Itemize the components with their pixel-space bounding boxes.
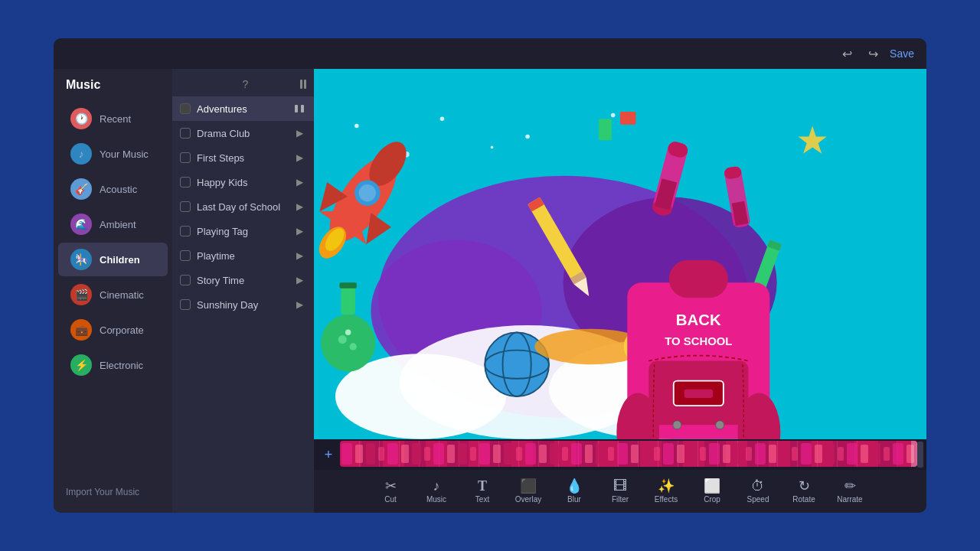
svg-point-3 <box>354 124 359 129</box>
svg-point-39 <box>338 335 347 344</box>
music-item-story-time[interactable]: Story Time ▶ <box>172 268 314 292</box>
recent-icon: 🕐 <box>70 108 92 129</box>
play-icon[interactable]: ▶ <box>292 273 306 287</box>
speed-icon: ⏱ <box>751 479 765 493</box>
tool-crop[interactable]: ⬜ Crop <box>697 479 727 504</box>
sidebar-item-label: Corporate <box>100 324 144 336</box>
tool-speed[interactable]: ⏱ Speed <box>743 479 773 504</box>
sidebar-item-children[interactable]: 🎠 Children <box>58 243 168 276</box>
music-item-playtime[interactable]: Playtime ▶ <box>172 243 314 268</box>
play-icon[interactable]: ▶ <box>292 249 306 262</box>
svg-point-5 <box>525 135 530 139</box>
music-item-name: Happy Kids <box>197 177 292 188</box>
tool-label: Speed <box>747 495 769 504</box>
filter-icon: 🎞 <box>613 479 627 493</box>
svg-rect-55 <box>684 390 713 398</box>
tool-rotate[interactable]: ↻ Rotate <box>789 479 819 504</box>
tool-text[interactable]: T Text <box>467 479 498 504</box>
sidebar-item-acoustic[interactable]: 🎸 Acoustic <box>58 172 168 206</box>
playing-icon <box>292 102 306 116</box>
timeline-clip[interactable] <box>340 441 917 467</box>
svg-rect-69 <box>340 441 917 467</box>
narrate-icon: ✏ <box>844 479 856 493</box>
play-icon[interactable]: ▶ <box>292 175 306 189</box>
music-item-name: Playtime <box>197 250 292 262</box>
music-item-happy-kids[interactable]: Happy Kids ▶ <box>172 170 314 194</box>
sidebar-item-corporate[interactable]: 💼 Corporate <box>58 313 168 347</box>
crop-icon: ⬜ <box>704 479 720 493</box>
tool-overlay[interactable]: ⬛ Overlay <box>513 479 544 504</box>
play-icon[interactable]: ▶ <box>292 126 306 140</box>
music-item-name: First Steps <box>197 152 292 164</box>
story-time-checkbox[interactable] <box>180 275 191 285</box>
undo-icon[interactable]: ↩ <box>838 44 856 63</box>
tool-effects[interactable]: ✨ Effects <box>651 479 681 504</box>
last-day-checkbox[interactable] <box>180 201 191 212</box>
svg-point-38 <box>321 315 375 371</box>
tool-filter[interactable]: 🎞 Filter <box>605 479 635 504</box>
playtime-checkbox[interactable] <box>180 250 191 261</box>
sidebar-item-cinematic[interactable]: 🎬 Cinematic <box>58 278 168 311</box>
rotate-icon: ↻ <box>799 479 810 493</box>
svg-rect-64 <box>620 112 635 125</box>
help-icon[interactable]: ? <box>243 78 249 90</box>
happy-kids-checkbox[interactable] <box>180 177 191 187</box>
children-icon: 🎠 <box>70 249 92 270</box>
redo-icon[interactable]: ↪ <box>864 44 882 63</box>
music-item-name: Last Day of School <box>197 201 292 213</box>
first-steps-checkbox[interactable] <box>180 152 191 163</box>
tool-label: Overlay <box>515 495 541 504</box>
music-item-name: Playing Tag <box>197 226 292 237</box>
timeline: + <box>314 439 926 470</box>
svg-text:TO SCHOOL: TO SCHOOL <box>665 335 732 347</box>
sidebar-item-electronic[interactable]: ⚡ Electronic <box>58 348 168 382</box>
music-panel-header: ? <box>172 75 314 96</box>
overlay-icon: ⬛ <box>520 479 537 493</box>
playing-tag-checkbox[interactable] <box>180 226 191 236</box>
text-icon: T <box>478 479 487 493</box>
adventures-checkbox[interactable] <box>180 103 191 114</box>
svg-point-6 <box>611 113 616 118</box>
music-item-name: Drama Club <box>197 128 292 139</box>
sidebar-item-recent[interactable]: 🕐 Recent <box>58 102 168 135</box>
music-item-sunshiny-day[interactable]: Sunshiny Day ▶ <box>172 292 314 317</box>
app-window: ↩ ↪ Save Music 🕐 Recent ♪ Your Music 🎸 A… <box>54 38 926 513</box>
play-icon[interactable]: ▶ <box>292 200 306 214</box>
music-item-name: Adventures <box>197 103 292 115</box>
import-music-button[interactable]: Import Your Music <box>54 481 172 504</box>
tool-music[interactable]: ♪ Music <box>421 479 452 504</box>
tool-narrate[interactable]: ✏ Narrate <box>835 479 865 504</box>
music-item-drama-club[interactable]: Drama Club ▶ <box>172 121 314 145</box>
svg-rect-52 <box>670 261 727 297</box>
music-item-first-steps[interactable]: First Steps ▶ <box>172 145 314 170</box>
play-icon[interactable]: ▶ <box>292 298 306 311</box>
timeline-track <box>340 441 917 468</box>
music-item-playing-tag[interactable]: Playing Tag ▶ <box>172 219 314 243</box>
sidebar-item-label: Your Music <box>100 148 149 160</box>
drama-club-checkbox[interactable] <box>180 128 191 139</box>
tool-label: Blur <box>567 495 581 504</box>
sidebar-item-label: Ambient <box>100 219 136 230</box>
bottom-toolbar: ✂ Cut ♪ Music T Text ⬛ Overlay 💧 Blur <box>314 470 926 513</box>
sidebar-item-ambient[interactable]: 🌊 Ambient <box>58 207 168 241</box>
add-clip-button[interactable]: + <box>317 443 340 466</box>
play-icon[interactable]: ▶ <box>292 224 306 238</box>
tool-cut[interactable]: ✂ Cut <box>375 479 406 504</box>
effects-icon: ✨ <box>658 479 675 493</box>
acoustic-icon: 🎸 <box>70 178 92 200</box>
tool-label: Effects <box>655 495 678 504</box>
sidebar-item-label: Children <box>100 254 140 266</box>
music-item-last-day[interactable]: Last Day of School ▶ <box>172 194 314 219</box>
sidebar-item-yourmusic[interactable]: ♪ Your Music <box>58 137 168 171</box>
sunshiny-day-checkbox[interactable] <box>180 299 191 310</box>
tool-blur[interactable]: 💧 Blur <box>559 479 590 504</box>
top-bar: ↩ ↪ Save <box>54 38 926 69</box>
top-bar-actions: ↩ ↪ Save <box>838 44 914 63</box>
save-button[interactable]: Save <box>890 47 914 60</box>
canvas-area: BACK TO SCHOOL + <box>314 69 926 513</box>
pause-icon[interactable] <box>300 80 306 89</box>
timeline-end-handle[interactable] <box>917 442 923 468</box>
music-item-adventures[interactable]: Adventures <box>172 96 314 121</box>
play-icon[interactable]: ▶ <box>292 151 306 165</box>
tool-label: Filter <box>612 495 629 504</box>
